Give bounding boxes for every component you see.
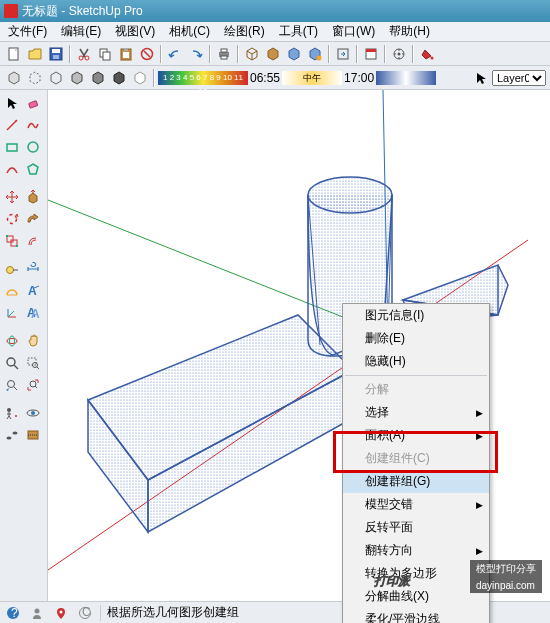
submenu-arrow-icon: ▶ bbox=[476, 500, 483, 510]
warehouse-button[interactable] bbox=[263, 44, 283, 64]
separator bbox=[153, 69, 155, 87]
ctx-explode-curve[interactable]: 分解曲线(X) bbox=[343, 585, 489, 608]
followme-tool[interactable] bbox=[23, 209, 43, 229]
previous-view-tool[interactable] bbox=[2, 375, 22, 395]
cut-button[interactable] bbox=[74, 44, 94, 64]
save-button[interactable] bbox=[46, 44, 66, 64]
style-shaded-button[interactable] bbox=[4, 68, 24, 88]
separator bbox=[384, 45, 386, 63]
menu-draw[interactable]: 绘图(R) bbox=[218, 21, 271, 42]
noon-scale[interactable]: 中午 bbox=[282, 71, 342, 85]
open-button[interactable] bbox=[25, 44, 45, 64]
export-button[interactable] bbox=[333, 44, 353, 64]
text-tool[interactable]: A bbox=[23, 281, 43, 301]
menu-edit[interactable]: 编辑(E) bbox=[55, 21, 107, 42]
rectangle-tool[interactable] bbox=[2, 137, 22, 157]
pan-tool[interactable] bbox=[23, 331, 43, 351]
walk-tool[interactable] bbox=[2, 425, 22, 445]
zoom-extents-tool[interactable] bbox=[23, 375, 43, 395]
component-options-button[interactable] bbox=[305, 44, 325, 64]
svg-point-16 bbox=[317, 55, 322, 60]
section-tool[interactable] bbox=[23, 425, 43, 445]
svg-text:A: A bbox=[28, 284, 37, 298]
separator bbox=[412, 45, 414, 63]
geo-icon[interactable] bbox=[52, 604, 70, 622]
new-button[interactable] bbox=[4, 44, 24, 64]
svg-rect-10 bbox=[123, 52, 129, 58]
tape-tool[interactable] bbox=[2, 259, 22, 279]
orbit-tool[interactable] bbox=[2, 331, 22, 351]
svg-rect-29 bbox=[6, 235, 8, 237]
ctx-flip-along[interactable]: 翻转方向▶ bbox=[343, 539, 489, 562]
user-icon[interactable] bbox=[28, 604, 46, 622]
pushpull-tool[interactable] bbox=[23, 187, 43, 207]
svg-text:3': 3' bbox=[30, 262, 39, 270]
redo-button[interactable] bbox=[186, 44, 206, 64]
model-info-button[interactable] bbox=[242, 44, 262, 64]
standard-toolbar bbox=[0, 42, 550, 66]
position-camera-tool[interactable] bbox=[2, 403, 22, 423]
style-hidden-button[interactable] bbox=[25, 68, 45, 88]
style-textured-button[interactable] bbox=[88, 68, 108, 88]
menu-help[interactable]: 帮助(H) bbox=[383, 21, 436, 42]
select-tool[interactable] bbox=[2, 93, 22, 113]
axes-tool[interactable] bbox=[2, 303, 22, 323]
credit-icon[interactable]: C bbox=[76, 604, 94, 622]
layer-dropdown[interactable]: Layer0 bbox=[492, 70, 546, 86]
help-icon[interactable]: ? bbox=[4, 604, 22, 622]
polygon-tool[interactable] bbox=[23, 159, 43, 179]
arc-tool[interactable] bbox=[2, 159, 22, 179]
ctx-hide[interactable]: 隐藏(H) bbox=[343, 350, 489, 373]
ctx-delete[interactable]: 删除(E) bbox=[343, 327, 489, 350]
svg-rect-15 bbox=[221, 56, 227, 59]
component-button[interactable] bbox=[284, 44, 304, 64]
dimension-tool[interactable]: 3' bbox=[23, 259, 43, 279]
ctx-convert-poly[interactable]: 转换为多边形 bbox=[343, 562, 489, 585]
3dtext-tool[interactable]: AA bbox=[23, 303, 43, 323]
menu-view[interactable]: 视图(V) bbox=[109, 21, 161, 42]
svg-rect-23 bbox=[29, 101, 38, 108]
extensions-button[interactable] bbox=[389, 44, 409, 64]
svg-point-25 bbox=[28, 142, 38, 152]
circle-tool[interactable] bbox=[23, 137, 43, 157]
style-mono-button[interactable] bbox=[109, 68, 129, 88]
eraser-tool[interactable] bbox=[23, 93, 43, 113]
line-tool[interactable] bbox=[2, 115, 22, 135]
menu-window[interactable]: 窗口(W) bbox=[326, 21, 381, 42]
ctx-reverse-faces[interactable]: 反转平面 bbox=[343, 516, 489, 539]
ctx-entity-info[interactable]: 图元信息(I) bbox=[343, 304, 489, 327]
delete-button[interactable] bbox=[137, 44, 157, 64]
app-icon bbox=[4, 4, 18, 18]
ctx-intersect[interactable]: 模型交错▶ bbox=[343, 493, 489, 516]
print-button[interactable] bbox=[214, 44, 234, 64]
freehand-tool[interactable] bbox=[23, 115, 43, 135]
svg-point-22 bbox=[431, 56, 434, 59]
paste-button[interactable] bbox=[116, 44, 136, 64]
layout-button[interactable] bbox=[361, 44, 381, 64]
zoom-window-tool[interactable] bbox=[23, 353, 43, 373]
ctx-make-group[interactable]: 创建群组(G) bbox=[343, 470, 489, 493]
menu-tools[interactable]: 工具(T) bbox=[273, 21, 324, 42]
look-around-tool[interactable] bbox=[23, 403, 43, 423]
month-scale[interactable]: 1 2 3 4 5 6 7 8 9 10 11 12 bbox=[158, 71, 248, 85]
menu-file[interactable]: 文件(F) bbox=[2, 21, 53, 42]
menubar: 文件(F) 编辑(E) 视图(V) 相机(C) 绘图(R) 工具(T) 窗口(W… bbox=[0, 22, 550, 42]
ctx-soften[interactable]: 柔化/平滑边线 bbox=[343, 608, 489, 623]
ctx-area[interactable]: 面积(A)▶ bbox=[343, 424, 489, 447]
undo-button[interactable] bbox=[165, 44, 185, 64]
zoom-tool[interactable] bbox=[2, 353, 22, 373]
rotate-tool[interactable] bbox=[2, 209, 22, 229]
menu-camera[interactable]: 相机(C) bbox=[163, 21, 216, 42]
svg-rect-3 bbox=[53, 55, 59, 59]
offset-tool[interactable] bbox=[23, 231, 43, 251]
shadow-scale[interactable] bbox=[376, 71, 436, 85]
style-wire-button[interactable] bbox=[46, 68, 66, 88]
style-shaded2-button[interactable] bbox=[67, 68, 87, 88]
scale-tool[interactable] bbox=[2, 231, 22, 251]
style-xray-button[interactable] bbox=[130, 68, 150, 88]
copy-button[interactable] bbox=[95, 44, 115, 64]
protractor-tool[interactable] bbox=[2, 281, 22, 301]
ctx-select[interactable]: 选择▶ bbox=[343, 401, 489, 424]
move-tool[interactable] bbox=[2, 187, 22, 207]
paint-bucket-button[interactable] bbox=[417, 44, 437, 64]
